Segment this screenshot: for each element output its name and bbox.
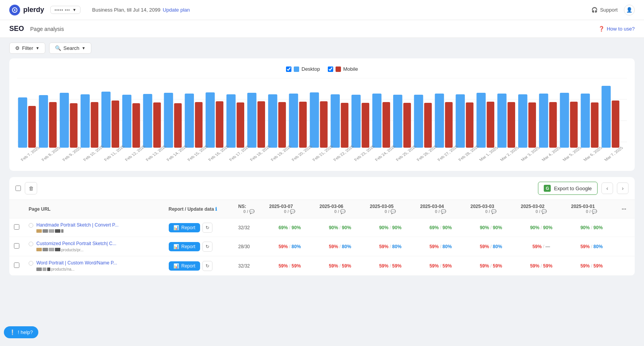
svg-rect-12 (80, 94, 90, 148)
logo-icon (9, 5, 20, 15)
svg-rect-35 (320, 101, 328, 148)
svg-rect-20 (164, 93, 173, 148)
row-checkbox-2[interactable] (14, 262, 19, 268)
svg-rect-49 (466, 102, 474, 148)
svg-rect-29 (257, 101, 265, 148)
legend-mobile: Mobile (328, 66, 358, 72)
score-2-1: 59% / 59% (320, 263, 361, 269)
svg-text:Feb 9, 2025: Feb 9, 2025 (61, 146, 82, 162)
ns-value-0: 32/32 (238, 225, 250, 230)
question-icon: ❓ (598, 26, 605, 32)
score-0-1: 90% / 90% (320, 225, 361, 230)
chart-section: Desktop Mobile (9, 58, 635, 171)
report-button-1[interactable]: 📊 Report (169, 242, 200, 251)
svg-rect-11 (70, 103, 78, 148)
score-2-5: 59% / 59% (521, 263, 562, 269)
svg-rect-16 (122, 95, 132, 148)
bar-chart: Feb 7, 2025 Feb 8, 2025 Feb 9, 2025 Feb … (17, 78, 627, 163)
report-button-2[interactable]: 📊 Report (169, 261, 200, 271)
svg-rect-56 (539, 94, 548, 148)
svg-rect-50 (476, 93, 486, 148)
next-page-button[interactable]: › (617, 182, 629, 194)
svg-rect-32 (289, 94, 298, 148)
report-button-0[interactable]: 📊 Report (169, 223, 200, 232)
svg-rect-57 (549, 102, 557, 148)
score-1-5: 59% / — (521, 244, 562, 249)
svg-rect-63 (612, 101, 620, 148)
svg-rect-51 (487, 102, 495, 148)
chart-svg: Feb 7, 2025 Feb 8, 2025 Feb 9, 2025 Feb … (17, 78, 627, 163)
svg-rect-62 (601, 86, 611, 148)
score-1-3: 59% / 80% (420, 244, 461, 249)
svg-text:Mar 2, 2025: Mar 2, 2025 (499, 146, 520, 162)
ns-value-2: 32/32 (238, 263, 250, 269)
user-icon: 👤 (626, 7, 632, 13)
desktop-checkbox[interactable] (286, 66, 291, 72)
svg-rect-28 (247, 93, 257, 148)
score-1-0: 59% / 80% (269, 244, 310, 249)
support-button[interactable]: 🎧 Support (591, 7, 618, 13)
svg-rect-48 (456, 94, 465, 148)
how-to-use-link[interactable]: ❓ How to use? (598, 26, 635, 32)
svg-rect-34 (310, 92, 319, 148)
svg-point-1 (14, 9, 15, 11)
score-1-1: 59% / 80% (320, 244, 361, 249)
mobile-checkbox[interactable] (328, 66, 333, 72)
svg-text:Mar 3, 2025: Mar 3, 2025 (520, 146, 541, 162)
legend-desktop: Desktop (286, 66, 320, 72)
logo[interactable]: plerdy (9, 5, 44, 15)
col-date-0: 2025-03-07 0 / 💬 (265, 200, 315, 218)
svg-rect-61 (591, 102, 599, 148)
score-2-3: 59% / 59% (420, 263, 461, 269)
info-icon: ℹ (215, 206, 217, 212)
score-0-3: 69% / 90% (420, 225, 461, 230)
svg-rect-45 (424, 103, 432, 148)
score-2-0: 59% / 59% (269, 263, 310, 269)
url-link-0[interactable]: Handmade Portrait Sketch | Convert P... (36, 222, 118, 228)
url-link-1[interactable]: Customized Pencil Portrait Sketch| C... (36, 241, 116, 246)
table-scroll-container: Page URL Report / Update data ℹ NS: 0 / … (9, 200, 635, 276)
svg-rect-18 (143, 94, 152, 148)
svg-rect-47 (445, 102, 453, 148)
export-label: Export to Google (554, 186, 592, 191)
brand-name: plerdy (23, 6, 44, 14)
refresh-button-0[interactable]: ↻ (202, 223, 212, 233)
headset-icon: 🎧 (591, 7, 598, 13)
col-date-5: 2025-03-02 0 / 💬 (516, 200, 567, 218)
svg-rect-19 (153, 102, 161, 148)
select-all-checkbox[interactable] (15, 186, 21, 191)
svg-rect-38 (351, 95, 361, 148)
chevron-down-icon: ▼ (82, 46, 86, 50)
col-date-1: 2025-03-06 0 / 💬 (315, 200, 365, 218)
export-google-button[interactable]: G Export to Google (538, 182, 598, 195)
svg-text:Mar 6, 2025: Mar 6, 2025 (582, 146, 603, 162)
desktop-label: Desktop (301, 66, 320, 72)
search-icon: 🔍 (55, 45, 61, 51)
svg-rect-10 (60, 93, 69, 148)
search-button[interactable]: 🔍 Search ▼ (49, 43, 91, 54)
url-link-2[interactable]: Word Portrait | Custom Word/Name P... (36, 260, 117, 266)
prev-page-button[interactable]: ‹ (601, 182, 613, 194)
svg-rect-55 (528, 102, 536, 148)
score-2-4: 59% / 59% (471, 263, 512, 269)
row-checkbox-0[interactable] (14, 224, 19, 230)
col-date-3: 2025-03-04 0 / 💬 (416, 200, 466, 218)
delete-button[interactable]: 🗑 (25, 182, 37, 194)
svg-rect-59 (570, 102, 578, 148)
desktop-color (294, 66, 299, 72)
update-plan-link[interactable]: Update plan (163, 7, 190, 13)
table-section: 🗑 G Export to Google ‹ › Page URL Report… (9, 177, 635, 276)
filter-label: Filter (22, 45, 33, 51)
svg-rect-60 (581, 94, 590, 148)
score-0-2: 90% / 90% (370, 225, 411, 230)
svg-rect-31 (278, 102, 286, 148)
filter-button[interactable]: ⚙ Filter ▼ (9, 43, 45, 54)
refresh-button-1[interactable]: ↻ (202, 242, 212, 252)
row-checkbox-1[interactable] (14, 243, 19, 249)
plan-selector[interactable]: ▪▪▪▪▪ ▪▪▪ ▼ (50, 6, 80, 14)
score-0-5: 90% / 90% (521, 225, 562, 230)
top-navigation: plerdy ▪▪▪▪▪ ▪▪▪ ▼ Business Plan, till J… (0, 0, 644, 20)
user-avatar-button[interactable]: 👤 (624, 5, 635, 15)
table-row: Word Portrait | Custom Word/Name P... pr… (9, 256, 635, 276)
refresh-button-2[interactable]: ↻ (202, 261, 212, 271)
